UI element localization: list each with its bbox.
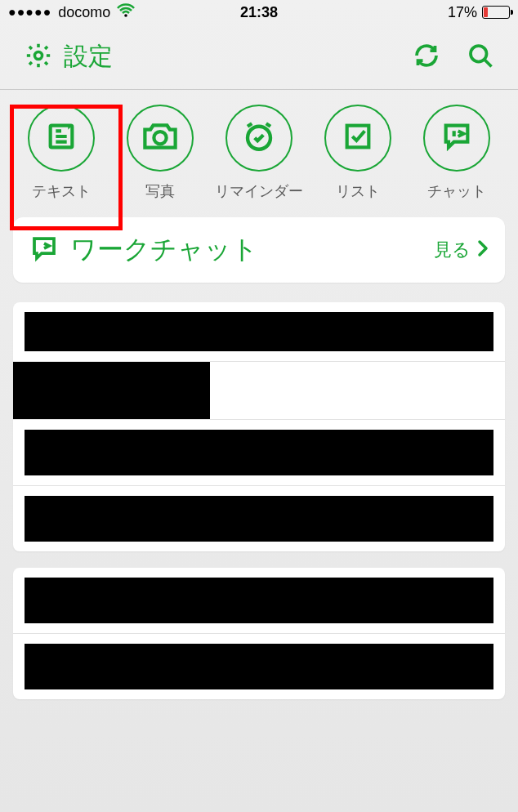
text-note-icon (45, 120, 78, 156)
list-item[interactable] (13, 361, 505, 419)
svg-point-1 (34, 51, 42, 59)
camera-icon (142, 120, 178, 156)
note-group-1 (13, 302, 505, 551)
action-label: リマインダー (215, 181, 303, 201)
quick-actions-row: テキスト 写真 リマインダー リスト チャット (0, 90, 518, 206)
list-item[interactable] (13, 419, 505, 485)
action-list[interactable]: リスト (313, 105, 403, 201)
action-label: チャット (427, 181, 486, 201)
list-item[interactable] (13, 568, 505, 633)
status-bar: ●●●●● docomo 21:38 17% (0, 0, 518, 25)
battery-percent: 17% (448, 4, 477, 21)
list-item[interactable] (13, 633, 505, 699)
action-label: テキスト (32, 181, 91, 201)
note-group-2 (13, 568, 505, 699)
battery-icon (482, 6, 510, 19)
action-text[interactable]: テキスト (16, 105, 106, 201)
action-label: リスト (336, 181, 380, 201)
workchat-see-label: 見る (434, 238, 471, 262)
svg-line-3 (485, 60, 491, 66)
list-item[interactable] (13, 485, 505, 551)
action-reminder[interactable]: リマインダー (214, 105, 304, 201)
sync-icon[interactable] (412, 41, 441, 74)
svg-point-2 (471, 46, 487, 62)
wifi-icon (117, 3, 135, 22)
workchat-title: ワークチャット (70, 232, 434, 268)
action-photo[interactable]: 写真 (115, 105, 205, 201)
navigation-bar: 設定 (0, 25, 518, 90)
search-icon[interactable] (466, 41, 495, 74)
chevron-right-icon (477, 239, 489, 261)
gear-icon[interactable] (25, 42, 52, 73)
action-label: 写真 (145, 181, 175, 201)
page-title[interactable]: 設定 (64, 40, 113, 74)
chat-icon (440, 120, 473, 156)
carrier-label: docomo (58, 4, 110, 21)
svg-point-5 (154, 132, 166, 144)
workchat-card[interactable]: ワークチャット 見る (13, 217, 505, 283)
list-item[interactable] (13, 302, 505, 361)
clock: 21:38 (240, 4, 278, 21)
checkbox-icon (342, 120, 374, 156)
signal-strength-icon: ●●●●● (8, 5, 51, 20)
svg-point-0 (125, 14, 128, 17)
alarm-icon (242, 119, 276, 157)
workchat-icon (29, 234, 59, 266)
action-chat[interactable]: チャット (412, 105, 502, 201)
